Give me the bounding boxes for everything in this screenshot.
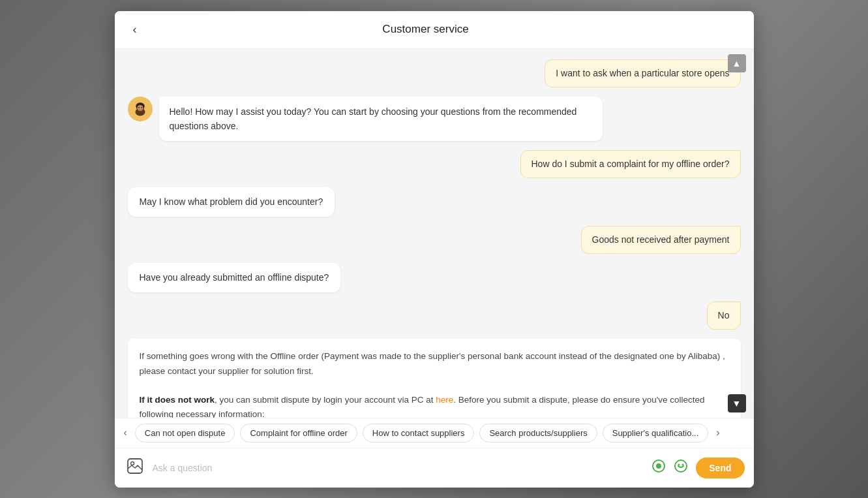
info-box-8: If something goes wrong with the Offline… [128, 339, 741, 417]
chat-area: ▲ I want to ask when a particular store … [115, 49, 754, 418]
scroll-up-button[interactable]: ▲ [728, 54, 746, 72]
quick-replies-bar: ‹ Can not open dispute Complaint for off… [115, 418, 754, 448]
modal-title: Customer service [150, 23, 702, 36]
bot-avatar [128, 97, 153, 121]
bubble-user-5: Goods not received after payment [581, 226, 741, 254]
svg-rect-8 [128, 459, 142, 473]
icon-btn-1[interactable] [650, 458, 667, 478]
info-bold-main: , you can submit dispute by login your a… [215, 395, 436, 405]
info-text-bold: If it does not work, you can submit disp… [140, 393, 729, 417]
input-area: Send [115, 448, 754, 488]
message-user-7: No [128, 302, 741, 330]
modal-header: ‹ Customer service [115, 11, 754, 49]
back-button[interactable]: ‹ [128, 20, 142, 39]
svg-point-6 [138, 106, 140, 108]
bubble-bot-simple-6: Have you already submitted an offline di… [128, 263, 341, 292]
svg-point-14 [682, 464, 684, 466]
message-bot-2: Hello! How may I assist you today? You c… [128, 97, 741, 142]
scroll-down-button[interactable]: ▼ [728, 394, 746, 412]
bubble-user-3: How do I submit a complaint for my offli… [520, 150, 741, 178]
info-link-here[interactable]: here [436, 395, 453, 405]
send-button[interactable]: Send [696, 458, 744, 478]
message-user-3: How do I submit a complaint for my offli… [128, 150, 741, 178]
chat-input[interactable] [153, 463, 644, 473]
attach-button[interactable] [124, 455, 146, 481]
qr-chip-0[interactable]: Can not open dispute [135, 424, 235, 443]
message-bot-6: Have you already submitted an offline di… [128, 263, 741, 292]
qr-chip-4[interactable]: Supplier's qualificatio... [603, 424, 709, 443]
bubble-user-7: No [707, 302, 741, 330]
info-bold-prefix: If it does not work [140, 395, 215, 405]
svg-point-11 [656, 463, 661, 469]
icon-btn-2[interactable] [672, 458, 689, 478]
qr-chip-3[interactable]: Search products/suppliers [479, 424, 597, 443]
svg-point-12 [675, 460, 687, 472]
qr-chip-1[interactable]: Complaint for offline order [240, 424, 357, 443]
icon-group [650, 458, 689, 478]
svg-point-13 [678, 464, 680, 466]
svg-point-7 [140, 106, 142, 108]
bubble-bot-2: Hello! How may I assist you today? You c… [159, 97, 603, 142]
customer-service-modal: ‹ Customer service ▲ I want to ask when … [115, 11, 754, 488]
quick-replies-prev[interactable]: ‹ [121, 426, 130, 440]
qr-chip-2[interactable]: How to contact suppliers [363, 424, 475, 443]
bubble-user-1: I want to ask when a particular store op… [545, 59, 740, 87]
quick-replies-next[interactable]: › [713, 426, 722, 440]
message-user-5: Goods not received after payment [128, 226, 741, 254]
info-text-plain: If something goes wrong with the Offline… [140, 349, 729, 379]
message-user-1: I want to ask when a particular store op… [128, 59, 741, 87]
message-bot-4: May I know what problem did you encounte… [128, 187, 741, 217]
svg-point-9 [130, 461, 134, 465]
bubble-bot-simple-4: May I know what problem did you encounte… [128, 187, 335, 217]
